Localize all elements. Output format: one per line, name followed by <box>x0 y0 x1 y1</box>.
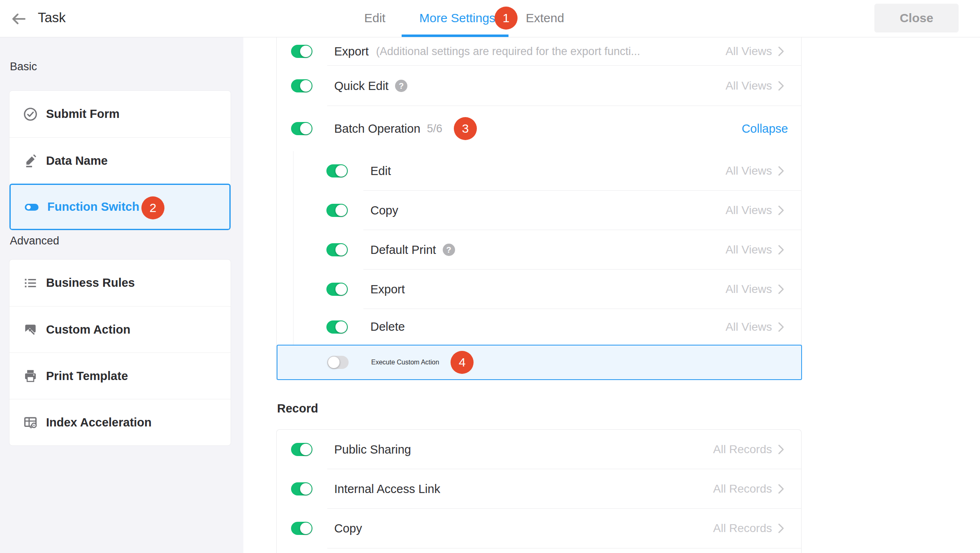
row-export: Export (Additional settings are required… <box>277 37 801 66</box>
row-label: Edit <box>370 164 391 178</box>
execute-custom-action-toggle[interactable] <box>327 356 349 369</box>
batch-delete-toggle[interactable] <box>326 320 348 334</box>
sidebar-item-business-rules[interactable]: Business Rules <box>9 260 231 306</box>
row-label: Internal Access Link <box>334 482 440 496</box>
step-badge-3: 3 <box>454 117 477 140</box>
sidebar-item-custom-action[interactable]: Custom Action <box>9 306 231 353</box>
row-label: Default Print <box>370 243 436 257</box>
record-section-title: Record <box>277 402 318 415</box>
close-button[interactable]: Close <box>874 4 959 32</box>
row-public-sharing: Public Sharing All Records <box>277 430 801 469</box>
scope-label: All Views <box>726 243 772 256</box>
chevron-right-icon <box>778 46 785 57</box>
help-icon[interactable]: ? <box>395 80 407 92</box>
toggle-knob <box>335 205 347 216</box>
row-internal-access-link: Internal Access Link All Records <box>277 469 801 509</box>
tab-more-settings[interactable]: More Settings <box>419 11 495 25</box>
quick-edit-toggle[interactable] <box>291 79 312 92</box>
record-panel: Public Sharing All Records Internal Acce… <box>276 429 802 553</box>
batch-edit-toggle[interactable] <box>326 164 348 177</box>
check-circle-icon <box>23 106 38 122</box>
batch-export-scope-link[interactable]: All Views <box>726 283 801 296</box>
chevron-right-icon <box>778 283 785 295</box>
batch-delete-scope-link[interactable]: All Views <box>726 320 801 334</box>
public-sharing-toggle[interactable] <box>291 443 312 456</box>
active-tab-underline <box>402 35 508 37</box>
row-batch-operation: Batch Operation 5/6 3 Collapse <box>277 106 801 151</box>
row-record-copy: Copy All Records <box>277 509 801 548</box>
quick-edit-scope-link[interactable]: All Views <box>726 79 801 92</box>
custom-action-icon <box>23 322 38 337</box>
toggle-knob <box>335 321 347 333</box>
chevron-right-icon <box>778 80 785 92</box>
public-sharing-scope-link[interactable]: All Records <box>713 443 801 456</box>
arrow-left-icon <box>11 11 27 27</box>
function-switch-settings-page: Task Edit More Settings Extend 1 Close B… <box>0 0 980 553</box>
batch-default-print-scope-link[interactable]: All Views <box>726 243 801 256</box>
chevron-right-icon <box>778 444 785 455</box>
toggle-knob <box>300 123 312 134</box>
sidebar: Basic Submit Form <box>0 37 243 553</box>
record-copy-scope-link[interactable]: All Records <box>713 522 801 535</box>
sidebar-item-label: Custom Action <box>46 323 130 336</box>
step-badge-2: 2 <box>141 196 164 219</box>
chevron-right-icon <box>778 321 785 333</box>
sidebar-item-index-acceleration[interactable]: Index Acceleration <box>9 399 231 445</box>
batch-copy-toggle[interactable] <box>326 204 348 217</box>
row-quick-edit: Quick Edit ? All Views <box>277 66 801 106</box>
sidebar-item-function-switch[interactable]: Function Switch 2 <box>9 184 231 230</box>
sidebar-item-submit-form[interactable]: Submit Form <box>9 91 231 137</box>
row-label: Quick Edit <box>334 79 388 93</box>
row-label: Copy <box>334 522 362 535</box>
row-batch-delete: Delete All Views <box>277 309 801 345</box>
chevron-right-icon <box>778 165 785 177</box>
tab-extend[interactable]: Extend <box>526 11 564 25</box>
back-button[interactable] <box>11 11 27 27</box>
toggle-icon <box>24 199 39 215</box>
batch-edit-scope-link[interactable]: All Views <box>726 164 801 177</box>
row-execute-custom-action: Execute Custom Action 4 <box>277 345 802 380</box>
toggle-knob <box>300 444 312 455</box>
row-annotation: (Additional settings are required for th… <box>376 45 640 58</box>
export-toggle[interactable] <box>291 45 312 58</box>
row-label: Public Sharing <box>334 443 411 456</box>
batch-export-toggle[interactable] <box>326 283 348 296</box>
help-icon[interactable]: ? <box>443 244 455 256</box>
record-copy-toggle[interactable] <box>291 522 312 535</box>
export-scope-link[interactable]: All Views <box>726 45 801 58</box>
chevron-right-icon <box>778 523 785 534</box>
scope-label: All Views <box>726 79 772 92</box>
row-label: Delete <box>370 320 405 334</box>
sidebar-item-label: Business Rules <box>46 276 135 290</box>
internal-access-link-scope-link[interactable]: All Records <box>713 482 801 495</box>
printer-icon <box>23 368 38 384</box>
step-badge-1: 1 <box>495 7 518 30</box>
collapse-link[interactable]: Collapse <box>742 122 801 136</box>
chevron-right-icon <box>778 205 785 216</box>
sidebar-item-label: Submit Form <box>46 107 120 121</box>
row-divider <box>327 548 801 548</box>
index-table-icon <box>23 415 38 430</box>
internal-access-link-toggle[interactable] <box>291 482 312 495</box>
scope-label: All Records <box>713 482 772 495</box>
batch-enabled-count: 5/6 <box>427 122 443 135</box>
toggle-knob <box>300 46 312 57</box>
tab-edit[interactable]: Edit <box>364 11 386 25</box>
batch-copy-scope-link[interactable]: All Views <box>726 204 801 217</box>
row-batch-copy: Copy All Views <box>277 191 801 230</box>
sidebar-item-label: Print Template <box>46 369 128 383</box>
batch-operation-toggle[interactable] <box>291 122 312 135</box>
scope-label: All Views <box>726 204 772 217</box>
sidebar-basic-card: Submit Form Data Name <box>9 90 231 230</box>
row-label: Execute Custom Action <box>371 359 439 366</box>
sidebar-item-label: Data Name <box>46 154 108 168</box>
page-title: Task <box>38 10 66 25</box>
row-label: Export <box>334 45 369 58</box>
row-label: Copy <box>370 204 398 217</box>
list-icon <box>23 275 38 291</box>
sidebar-item-data-name[interactable]: Data Name <box>9 137 231 184</box>
header-bar: Task Edit More Settings Extend 1 Close <box>0 0 980 37</box>
row-batch-export: Export All Views <box>277 270 801 309</box>
batch-default-print-toggle[interactable] <box>326 243 348 256</box>
sidebar-item-print-template[interactable]: Print Template <box>9 353 231 399</box>
